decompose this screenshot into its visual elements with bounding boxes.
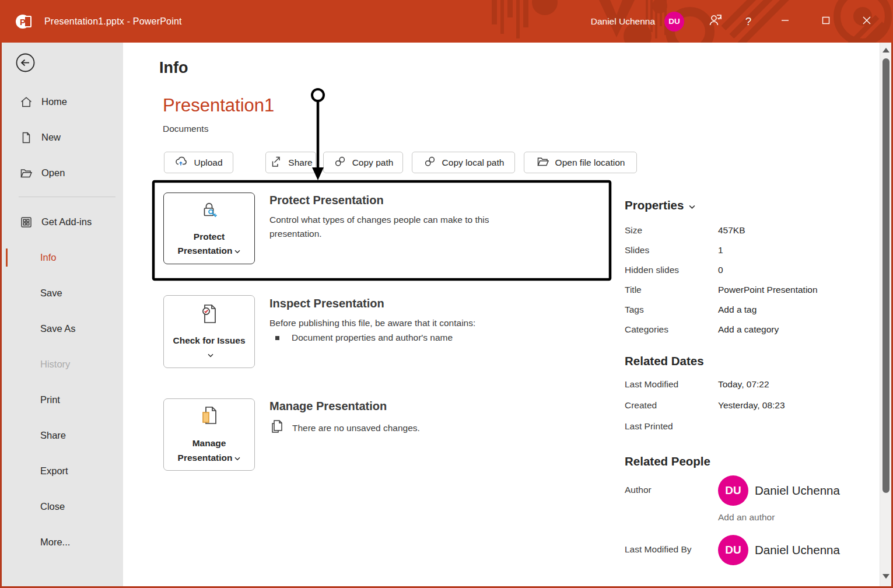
property-label: Categories — [625, 324, 718, 335]
property-row: Categories Add a category — [625, 320, 876, 340]
properties-panel: Properties Size 457KB Slides 1 Hidden sl… — [625, 197, 876, 565]
date-label: Last Modified — [625, 379, 718, 390]
last-modified-by-label: Last Modified By — [625, 535, 718, 565]
document-actions: Upload Share — [164, 152, 637, 173]
account-avatar[interactable]: DU — [664, 12, 684, 32]
square-bullet-icon — [275, 336, 279, 340]
add-a-tag-link[interactable]: Add a tag — [718, 304, 757, 315]
sidebar-item-close[interactable]: Close — [2, 496, 123, 517]
link-icon — [423, 155, 437, 171]
sidebar-item-share[interactable]: Share — [2, 425, 123, 446]
manage-section-title: Manage Presentation — [269, 400, 387, 413]
sidebar-item-info[interactable]: Info — [2, 247, 123, 268]
author-chip[interactable]: DU Daniel Uchenna — [718, 475, 840, 506]
copy-local-path-button[interactable]: Copy local path — [412, 152, 515, 173]
info-pane: Info Presentation1 Documents Upload — [123, 43, 880, 586]
back-button[interactable] — [16, 53, 35, 72]
sidebar-item-history: History — [2, 354, 123, 375]
sidebar-item-label: Home — [41, 96, 67, 107]
sidebar-item-label: Export — [40, 466, 68, 477]
document-title: Presentation1 — [163, 95, 274, 116]
unsaved-changes-row: There are no unsaved changes. — [269, 419, 420, 438]
manage-presentation-button[interactable]: Manage Presentation — [163, 398, 255, 471]
vertical-scrollbar[interactable] — [880, 43, 891, 586]
protect-section-description: Control what types of changes people can… — [269, 213, 532, 241]
property-value: 457KB — [718, 225, 745, 236]
inspect-bullet-row: Document properties and author's name — [275, 332, 453, 343]
manage-document-icon — [197, 404, 222, 431]
page-title: Info — [159, 59, 188, 77]
unsaved-changes-text: There are no unsaved changes. — [292, 423, 420, 433]
upload-cloud-icon — [174, 155, 188, 171]
help-icon: ? — [745, 15, 752, 28]
add-an-author-link[interactable]: Add an author — [718, 506, 876, 529]
add-a-category-link[interactable]: Add a category — [718, 324, 779, 335]
sidebar-item-save[interactable]: Save — [2, 282, 123, 304]
properties-header[interactable]: Properties — [625, 197, 876, 214]
sidebar-item-open[interactable]: Open — [2, 162, 123, 184]
author-label: Author — [625, 475, 718, 506]
chevron-down-icon — [234, 244, 240, 258]
sidebar-item-label: Info — [40, 252, 57, 263]
date-label: Created — [625, 400, 718, 411]
property-row: Tags Add a tag — [625, 300, 876, 320]
close-icon — [862, 15, 872, 28]
help-button[interactable]: ? — [732, 0, 765, 43]
open-file-location-button[interactable]: Open file location — [524, 152, 637, 173]
inspect-bullet-text: Document properties and author's name — [292, 332, 453, 343]
inspect-section-lead: Before publishing this file, be aware th… — [269, 316, 549, 330]
last-modified-by-avatar: DU — [718, 535, 748, 565]
check-for-issues-button[interactable]: Check for Issues — [163, 295, 255, 368]
sidebar-item-label: More... — [40, 537, 70, 548]
property-value[interactable]: PowerPoint Presentation — [718, 285, 818, 295]
protect-button-label: Protect Presentation — [178, 232, 233, 256]
maximize-icon — [821, 16, 831, 27]
sidebar-item-save-as[interactable]: Save As — [2, 318, 123, 340]
sidebar-item-get-addins[interactable]: Get Add-ins — [2, 211, 123, 233]
property-value: 1 — [718, 245, 723, 256]
scroll-up-arrow[interactable] — [883, 48, 890, 52]
sidebar-item-more[interactable]: More... — [2, 531, 123, 553]
lock-key-icon — [198, 199, 221, 225]
copy-path-button[interactable]: Copy path — [323, 152, 403, 173]
share-button[interactable]: Share — [265, 152, 316, 173]
inspect-section-title: Inspect Presentation — [269, 297, 384, 310]
maximize-button[interactable] — [806, 0, 846, 43]
close-button[interactable] — [846, 0, 887, 43]
related-dates-header: Related Dates — [625, 353, 876, 369]
sidebar-item-print[interactable]: Print — [2, 389, 123, 411]
last-modified-by-chip[interactable]: DU Daniel Uchenna — [718, 535, 840, 565]
switch-account-button[interactable] — [699, 0, 732, 43]
share-icon — [269, 155, 283, 171]
properties-header-label: Properties — [625, 198, 684, 212]
sidebar-item-home[interactable]: Home — [2, 91, 123, 113]
property-row: Title PowerPoint Presentation — [625, 280, 876, 300]
protect-presentation-button[interactable]: Protect Presentation — [163, 192, 255, 264]
upload-button[interactable]: Upload — [164, 152, 233, 173]
check-for-issues-label: Check for Issues — [173, 335, 245, 345]
author-name: Daniel Uchenna — [755, 484, 840, 498]
property-label: Size — [625, 225, 718, 236]
window-border — [0, 43, 2, 588]
sidebar-item-new[interactable]: New — [2, 127, 123, 148]
property-row: Size 457KB — [625, 220, 876, 240]
last-modified-by-name: Daniel Uchenna — [755, 543, 840, 557]
title-bar: P Presentation1.pptx - PowerPoint Daniel… — [0, 0, 893, 43]
folder-icon — [536, 155, 550, 171]
backstage-sidebar: Home New Open — [2, 43, 123, 586]
sidebar-item-label: Save — [40, 288, 62, 299]
sidebar-item-export[interactable]: Export — [2, 460, 123, 482]
copy-local-path-label: Copy local path — [442, 158, 505, 168]
property-label: Slides — [625, 245, 718, 256]
inspect-document-icon — [197, 302, 222, 328]
date-row: Last Printed — [625, 416, 876, 437]
minimize-button[interactable] — [765, 0, 806, 43]
sidebar-item-label: Print — [40, 394, 60, 405]
scroll-down-arrow[interactable] — [883, 574, 890, 579]
related-people-header: Related People — [625, 453, 876, 470]
account-name[interactable]: Daniel Uchenna — [591, 16, 655, 27]
property-label: Hidden slides — [625, 265, 718, 275]
open-file-location-label: Open file location — [555, 158, 625, 168]
link-icon — [333, 155, 347, 171]
scrollbar-thumb[interactable] — [883, 58, 890, 493]
